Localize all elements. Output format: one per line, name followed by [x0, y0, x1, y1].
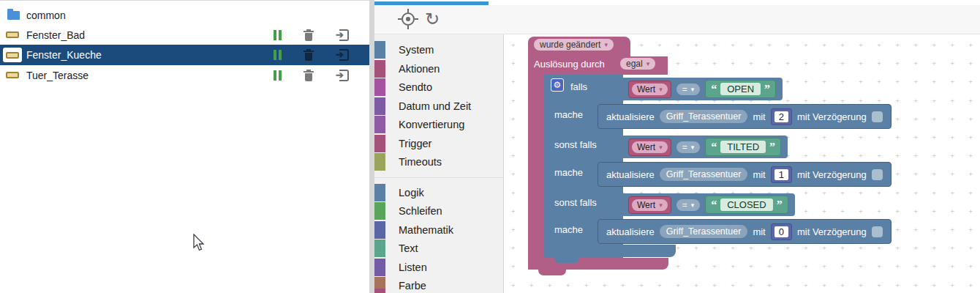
folder-row-common[interactable]: common — [0, 6, 369, 25]
update-item-block[interactable]: aktualisiere Griff_Terassentuer mit 0 mi… — [598, 219, 892, 244]
open-quote-icon: “ — [711, 142, 717, 152]
trigger-item-dropdown[interactable]: egal — [620, 58, 655, 70]
wert-dropdown[interactable]: Wert — [632, 199, 668, 211]
category-sendto[interactable]: Sendto — [374, 78, 503, 96]
compare-block[interactable]: Wert = “ TILTED ” — [621, 136, 788, 158]
script-row-fenster-kueche[interactable]: Fenster_Kueche ➔ — [0, 45, 369, 65]
elseif-label: sonst falls — [554, 197, 597, 208]
script-row-label: Fenster_Kueche — [26, 49, 102, 61]
compare-block[interactable]: Wert = “ CLOSED ” — [621, 193, 795, 216]
category-color-bar — [374, 78, 385, 96]
category-aktionen[interactable]: Aktionen — [374, 60, 503, 78]
folder-label: common — [26, 10, 66, 21]
pause-icon[interactable] — [274, 50, 282, 60]
string-field[interactable]: CLOSED — [720, 199, 772, 211]
category-color-bar — [374, 202, 385, 220]
category-group-separator — [374, 172, 503, 178]
item-field[interactable]: Griff_Terassentuer — [660, 168, 748, 181]
trigger-block[interactable] — [538, 270, 566, 275]
elseif-label: sonst falls — [554, 139, 597, 150]
update-item-block[interactable]: aktualisiere Griff_Terassentuer mit 1 mi… — [598, 162, 892, 187]
script-icon-wrap — [3, 48, 22, 62]
script-row-tuer-terasse[interactable]: Tuer_Terasse ➔ — [0, 65, 369, 85]
refresh-icon[interactable] — [421, 7, 443, 31]
category-farbe[interactable]: Farbe — [374, 277, 503, 293]
folder-icon — [7, 11, 20, 20]
trash-icon[interactable] — [303, 49, 314, 61]
string-field[interactable]: OPEN — [720, 83, 761, 95]
item-field[interactable]: Griff_Terassentuer — [660, 110, 748, 123]
if-label: falls — [570, 81, 587, 92]
export-icon[interactable]: ➔ — [336, 49, 349, 61]
empty-input-socket[interactable] — [872, 226, 883, 237]
export-icon[interactable]: ➔ — [336, 29, 349, 41]
center-view-icon[interactable] — [397, 8, 419, 30]
update-item-block[interactable]: aktualisiere Griff_Terassentuer mit 2 mi… — [598, 104, 892, 129]
compare-block[interactable]: Wert = “ OPEN ” — [621, 78, 783, 100]
category-partial-bar[interactable] — [374, 289, 385, 293]
item-field[interactable]: Griff_Terassentuer — [660, 225, 748, 238]
category-text[interactable]: Text — [374, 240, 503, 257]
string-field[interactable]: TILTED — [720, 141, 766, 153]
wert-dropdown[interactable]: Wert — [632, 141, 668, 153]
trigger-block[interactable] — [528, 75, 544, 270]
block-script-icon — [6, 72, 19, 78]
trigger-block[interactable] — [528, 258, 668, 270]
number-field: 1 — [774, 169, 788, 180]
trash-icon[interactable] — [303, 29, 314, 41]
category-color-bar — [374, 41, 385, 59]
trigger-event-dropdown[interactable]: wurde geändert — [534, 39, 614, 51]
string-block[interactable]: “ TILTED ” — [705, 138, 781, 156]
category-system[interactable]: System — [374, 41, 503, 59]
script-icon-wrap — [3, 68, 22, 83]
do-label: mache — [554, 167, 583, 178]
number-field: 0 — [774, 226, 788, 237]
category-color-bar — [374, 221, 385, 239]
blockly-workspace[interactable]: +++++++++++++++++++++++++++ ++++++++++++… — [504, 34, 980, 293]
operator-dropdown[interactable]: = — [676, 84, 701, 95]
close-quote-icon: ” — [769, 142, 775, 152]
number-field: 2 — [774, 111, 788, 122]
number-block[interactable]: 0 — [771, 223, 792, 240]
panel-divider[interactable] — [369, 0, 374, 293]
operator-dropdown[interactable]: = — [676, 141, 701, 153]
block-script-icon — [6, 52, 19, 59]
if-block[interactable] — [554, 256, 579, 263]
item-state-block[interactable]: Wert — [628, 138, 671, 156]
empty-input-socket[interactable] — [872, 169, 883, 180]
item-state-block[interactable]: Wert — [628, 196, 671, 214]
if-block[interactable] — [544, 245, 676, 257]
string-block[interactable]: “ OPEN ” — [705, 80, 776, 98]
trash-icon[interactable] — [303, 70, 314, 81]
category-datum-und-zeit[interactable]: Datum und Zeit — [374, 97, 503, 115]
item-state-block[interactable]: Wert — [628, 81, 671, 98]
export-icon[interactable]: ➔ — [336, 70, 349, 81]
script-row-fenster-bad[interactable]: Fenster_Bad ➔ — [0, 25, 369, 45]
category-color-bar — [374, 184, 385, 201]
category-color-bar — [374, 135, 385, 152]
script-row-label: Fenster_Bad — [26, 29, 85, 41]
category-schleifen[interactable]: Schleifen — [374, 202, 503, 220]
category-color-bar — [374, 60, 385, 78]
category-mathematik[interactable]: Mathematik — [374, 221, 503, 239]
do-label: mache — [554, 109, 583, 120]
category-timeouts[interactable]: Timeouts — [374, 153, 503, 171]
open-quote-icon: “ — [711, 84, 717, 94]
category-logik[interactable]: Logik — [374, 184, 503, 201]
category-color-bar — [374, 116, 385, 133]
category-konvertierung[interactable]: Konvertierung — [374, 116, 503, 133]
operator-dropdown[interactable]: = — [676, 199, 701, 211]
script-icon-wrap — [3, 28, 22, 42]
category-color-bar — [374, 240, 385, 257]
pause-icon[interactable] — [274, 30, 282, 40]
mutator-gear-icon[interactable] — [551, 78, 564, 92]
category-trigger[interactable]: Trigger — [374, 135, 503, 152]
pause-icon[interactable] — [274, 70, 282, 81]
string-block[interactable]: “ CLOSED ” — [705, 196, 788, 214]
category-listen[interactable]: Listen — [374, 259, 503, 276]
number-block[interactable]: 2 — [771, 108, 792, 125]
blockly-toolbar — [374, 5, 980, 34]
number-block[interactable]: 1 — [771, 166, 792, 183]
empty-input-socket[interactable] — [872, 111, 883, 122]
wert-dropdown[interactable]: Wert — [632, 84, 668, 95]
